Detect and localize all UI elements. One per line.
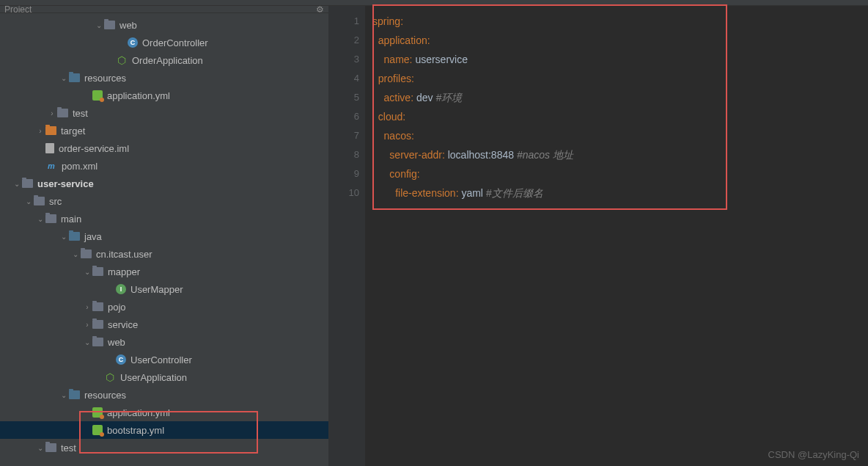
chevron-icon[interactable]: ⌄ bbox=[23, 197, 34, 205]
tree-row[interactable]: ⌄web bbox=[0, 333, 328, 351]
tree-label: bootstrap.yml bbox=[107, 425, 164, 436]
folder-icon bbox=[81, 250, 92, 258]
chevron-icon[interactable]: › bbox=[82, 321, 92, 329]
code-line[interactable]: application: bbox=[372, 31, 868, 50]
tree-label: pojo bbox=[108, 302, 126, 313]
tree-label: test bbox=[61, 443, 76, 454]
title-bar bbox=[0, 0, 868, 6]
tree-row[interactable]: ⬡OrderApplication bbox=[0, 51, 328, 69]
tree-row[interactable]: bootstrap.yml bbox=[0, 421, 328, 439]
tree-label: resources bbox=[84, 390, 126, 401]
tree-row[interactable]: CUserController bbox=[0, 351, 328, 368]
folder-icon bbox=[92, 267, 103, 276]
tree-row[interactable]: ⌄user-service bbox=[0, 175, 328, 192]
interface-icon: I bbox=[116, 284, 126, 294]
tree-row[interactable]: ⌄java bbox=[0, 227, 328, 245]
code-line[interactable]: nacos: bbox=[372, 126, 868, 145]
tree-row[interactable]: ⌄src bbox=[0, 192, 328, 210]
line-number: 4 bbox=[328, 69, 359, 88]
chevron-icon[interactable]: ⌄ bbox=[59, 391, 69, 399]
gear-icon[interactable]: ⚙ bbox=[316, 6, 324, 13]
folder-icon bbox=[69, 73, 80, 82]
tree-row[interactable]: COrderController bbox=[0, 34, 328, 51]
tree-label: main bbox=[61, 214, 81, 225]
chevron-icon[interactable]: ⌄ bbox=[35, 444, 45, 452]
folder-icon bbox=[69, 232, 80, 241]
tree-label: test bbox=[73, 108, 88, 119]
project-sidebar: Project ⚙ ⌄webCOrderController⬡OrderAppl… bbox=[0, 6, 328, 466]
folder-icon bbox=[92, 320, 103, 329]
chevron-icon[interactable]: ⌄ bbox=[59, 233, 69, 241]
chevron-icon[interactable]: › bbox=[35, 127, 45, 135]
tree-label: resources bbox=[84, 73, 126, 84]
tree-row[interactable]: ›pojo bbox=[0, 298, 328, 316]
tree-row[interactable]: ›service bbox=[0, 316, 328, 333]
tree-row[interactable]: ⌄cn.itcast.user bbox=[0, 245, 328, 263]
project-tree[interactable]: ⌄webCOrderController⬡OrderApplication⌄re… bbox=[0, 13, 328, 456]
code-line[interactable]: active: dev #环境 bbox=[372, 88, 868, 107]
chevron-icon[interactable]: ⌄ bbox=[94, 21, 104, 29]
chevron-icon[interactable]: › bbox=[82, 303, 92, 311]
tree-label: web bbox=[108, 337, 125, 348]
code-line[interactable]: spring: bbox=[372, 12, 868, 31]
tree-label: UserApplication bbox=[120, 372, 187, 383]
code-line[interactable]: name: userservice bbox=[372, 50, 868, 69]
code-area[interactable]: spring: application: name: userservice p… bbox=[365, 6, 868, 466]
tree-row[interactable]: ⌄web bbox=[0, 16, 328, 34]
folder-icon bbox=[69, 390, 80, 399]
tree-row[interactable]: ⌄main bbox=[0, 210, 328, 227]
class-icon: C bbox=[128, 37, 138, 48]
folder-icon bbox=[45, 126, 56, 135]
tree-row[interactable]: ›test bbox=[0, 104, 328, 122]
spring-icon: ⬡ bbox=[104, 371, 116, 383]
class-icon: C bbox=[116, 354, 126, 365]
chevron-icon[interactable]: › bbox=[47, 109, 57, 117]
tree-row[interactable]: ⌄resources bbox=[0, 386, 328, 404]
line-gutter: 12345678910 bbox=[328, 6, 365, 466]
folder-icon bbox=[45, 214, 56, 223]
yaml-icon bbox=[92, 90, 103, 101]
tree-label: OrderController bbox=[142, 37, 208, 48]
tree-label: OrderApplication bbox=[132, 55, 203, 66]
tree-label: service bbox=[108, 319, 138, 330]
tree-row[interactable]: IUserMapper bbox=[0, 280, 328, 298]
chevron-icon[interactable]: ⌄ bbox=[12, 180, 22, 188]
folder-icon bbox=[22, 179, 33, 188]
folder-icon bbox=[92, 302, 103, 311]
tree-row[interactable]: ⌄test bbox=[0, 439, 328, 456]
tree-row[interactable]: mpom.xml bbox=[0, 157, 328, 175]
line-number: 6 bbox=[328, 107, 359, 126]
chevron-icon[interactable]: ⌄ bbox=[82, 338, 92, 346]
chevron-icon[interactable]: ⌄ bbox=[35, 215, 45, 223]
spring-icon: ⬡ bbox=[116, 54, 128, 66]
code-line[interactable]: cloud: bbox=[372, 107, 868, 126]
tree-row[interactable]: application.yml bbox=[0, 87, 328, 104]
editor-pane: 12345678910 spring: application: name: u… bbox=[328, 6, 868, 466]
line-number: 2 bbox=[328, 31, 359, 50]
yaml-icon bbox=[92, 407, 103, 418]
project-header: Project ⚙ bbox=[0, 6, 328, 13]
tree-row[interactable]: application.yml bbox=[0, 404, 328, 421]
tree-label: UserMapper bbox=[130, 284, 183, 295]
folder-icon bbox=[92, 338, 103, 346]
code-line[interactable]: server-addr: localhost:8848 #nacos 地址 bbox=[372, 145, 868, 164]
tree-row[interactable]: ⌄resources bbox=[0, 69, 328, 87]
line-number: 7 bbox=[328, 126, 359, 145]
chevron-icon[interactable]: ⌄ bbox=[59, 74, 69, 82]
tree-row[interactable]: ›target bbox=[0, 122, 328, 139]
code-line[interactable]: config: bbox=[372, 164, 868, 183]
tree-row[interactable]: ⬡UserApplication bbox=[0, 368, 328, 386]
code-line[interactable]: profiles: bbox=[372, 69, 868, 88]
folder-icon bbox=[34, 197, 45, 205]
chevron-icon[interactable]: ⌄ bbox=[82, 268, 92, 276]
tree-label: java bbox=[84, 231, 102, 242]
chevron-icon[interactable]: ⌄ bbox=[70, 250, 81, 258]
tree-label: application.yml bbox=[107, 407, 170, 418]
tree-row[interactable]: ⌄mapper bbox=[0, 263, 328, 280]
code-line[interactable]: file-extension: yaml #文件后缀名 bbox=[372, 183, 868, 203]
line-number: 5 bbox=[328, 88, 359, 107]
tree-label: web bbox=[119, 20, 137, 31]
tree-label: target bbox=[61, 125, 85, 136]
tree-label: cn.itcast.user bbox=[96, 249, 152, 260]
tree-row[interactable]: order-service.iml bbox=[0, 139, 328, 157]
